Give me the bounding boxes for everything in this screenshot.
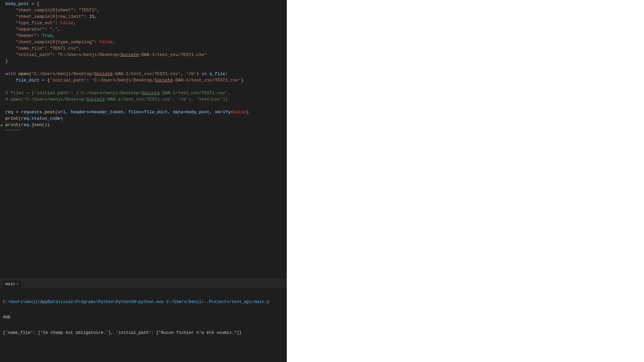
code-line-17 bbox=[0, 103, 287, 110]
terminal-tab-main[interactable]: main × bbox=[3, 280, 21, 288]
main-container: body_post = { "sheet_sample[0]sheet": "T… bbox=[0, 0, 644, 362]
editor-area: body_post = { "sheet_sample[0]sheet": "T… bbox=[0, 0, 287, 144]
code-line-16: # open('C:/Users/benji/Desktop/Societé-D… bbox=[0, 97, 287, 103]
code-line-9: "initial_path": "C:/Users/benji/Desktop/… bbox=[0, 52, 287, 59]
terminal-line-2: 408 bbox=[3, 314, 284, 320]
code-line-18: req = requests.post(url, headers=header_… bbox=[0, 110, 287, 116]
terminal-tab-close[interactable]: × bbox=[16, 283, 18, 286]
terminal-tab-label: main bbox=[5, 282, 15, 287]
code-line-8: "name_file": "TEST1.csv", bbox=[0, 46, 287, 52]
code-line-14 bbox=[0, 84, 287, 90]
panel-divider bbox=[0, 279, 287, 279]
code-line-20: print(req.json()) bbox=[0, 122, 287, 129]
terminal-area: main × C:\Users\benji\AppData\Local\Prog… bbox=[0, 280, 287, 347]
terminal-output: C:\Users\benji\AppData\Local\Programs\Py… bbox=[0, 288, 287, 347]
code-line-6: "header": True, bbox=[0, 33, 287, 40]
editor-empty-space bbox=[0, 144, 287, 278]
code-line-2: "sheet_sample[0]sheet": "TEST1", bbox=[0, 8, 287, 14]
code-line-squiggle: ~~~~~~~~ bbox=[0, 129, 287, 135]
code-line-7: "sheet_sample[0]type_sampling": False, bbox=[0, 40, 287, 46]
code-line-19: print(req.status_code) bbox=[0, 116, 287, 122]
code-line-4: "type_file_out": False, bbox=[0, 20, 287, 27]
code-line-13: file_dict = {'initial_path': 'C:/Users/b… bbox=[0, 78, 287, 84]
code-line-12: with open('C:/Users/benji/Desktop/Societ… bbox=[0, 71, 287, 78]
terminal-tabs: main × bbox=[0, 280, 287, 288]
right-panel bbox=[287, 0, 644, 362]
left-panel: body_post = { "sheet_sample[0]sheet": "T… bbox=[0, 0, 287, 362]
code-line-1: body_post = { bbox=[0, 1, 287, 8]
code-line-15: # files = ['initial_path': ('C:/Users/be… bbox=[0, 90, 287, 97]
code-line-5: "separator": ",", bbox=[0, 27, 287, 33]
terminal-line-3: {'name_file': ['Ce champ est obligatoire… bbox=[3, 330, 284, 336]
code-line-3: "sheet_sample[0]row_limit": 15, bbox=[0, 14, 287, 20]
terminal-line-1: C:\Users\benji\AppData\Local\Programs\Py… bbox=[3, 299, 284, 305]
code-line-11 bbox=[0, 65, 287, 71]
code-line-10: } bbox=[0, 59, 287, 65]
